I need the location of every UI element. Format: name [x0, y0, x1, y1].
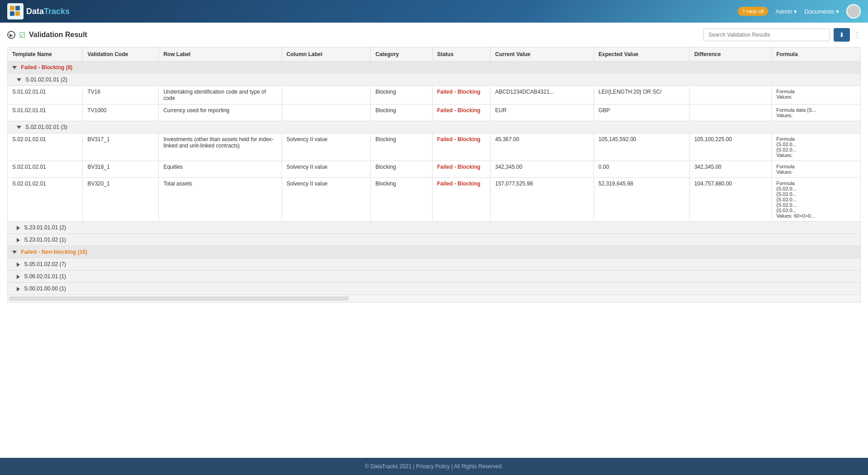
- cell-valcode: TV16: [83, 86, 159, 104]
- cell-status: Failed - Blocking: [432, 86, 491, 104]
- sub-expand-icon: [17, 275, 20, 279]
- documents-button[interactable]: Documents ▾: [804, 8, 839, 15]
- sub-group-row-s230102[interactable]: S.23.01.01.02 (1): [8, 234, 861, 246]
- cell-category: Blocking: [371, 133, 432, 161]
- col-header-template: Template Name: [8, 48, 83, 62]
- sub-group-row-s010201[interactable]: S.01.02.01.01 (2): [8, 74, 861, 86]
- page-title-row: ▶ ☑ Validation Result: [7, 31, 87, 39]
- sub-collapse-icon: [17, 126, 21, 129]
- results-table: Template Name Validation Code Row Label …: [7, 47, 861, 303]
- cell-status: Failed - Blocking: [432, 104, 491, 121]
- group-label-nonblocking: Failed - Non-blocking (10): [21, 249, 87, 255]
- cell-rowlabel: Investments (other than assets held for …: [159, 133, 282, 161]
- help-button[interactable]: ? Help off: [738, 7, 769, 16]
- cell-diff: 105,100,225.00: [689, 133, 772, 161]
- sub-group-row-s060201[interactable]: S.06.02.01.01 (1): [8, 271, 861, 283]
- cell-template: S.02.01.02.01: [8, 133, 83, 161]
- sub-group-row-s050102[interactable]: S.05.01.02.02 (7): [8, 258, 861, 271]
- search-area: ⬇ ⋮: [703, 28, 861, 42]
- cell-category: Blocking: [371, 86, 432, 104]
- cell-collabel: Solvency II value: [282, 133, 371, 161]
- cell-rowlabel: Currency used for reporting: [159, 104, 282, 121]
- cell-category: Blocking: [371, 104, 432, 121]
- col-header-category: Category: [371, 48, 432, 62]
- cell-status: Failed - Blocking: [432, 161, 491, 178]
- cell-valcode: BV317_1: [83, 133, 159, 161]
- cell-expval: 105,145,592.00: [594, 133, 689, 161]
- page-header: ▶ ☑ Validation Result ⬇ ⋮: [7, 28, 861, 42]
- admin-chevron-icon: ▾: [794, 8, 797, 15]
- collapse-icon: [12, 66, 17, 69]
- sub-group-label: S.06.02.01.01 (1): [24, 273, 66, 280]
- help-label: Help off: [747, 9, 764, 14]
- documents-chevron-icon: ▾: [836, 8, 839, 15]
- cell-formula: Formula{S.02.0...{S.02.0...{S.02.0...{S.…: [772, 178, 861, 222]
- table-row: S.02.01.02.01 BV317_1 Investments (other…: [8, 133, 861, 161]
- cell-currval: 342,345.00: [491, 161, 594, 178]
- group-row-failed-nonblocking[interactable]: Failed - Non-blocking (10): [8, 246, 861, 258]
- cell-status: Failed - Blocking: [432, 178, 491, 222]
- svg-rect-0: [10, 6, 14, 10]
- horizontal-scrollbar[interactable]: [9, 296, 349, 301]
- cell-collabel: Solvency II value: [282, 161, 371, 178]
- cell-valcode: TV1000: [83, 104, 159, 121]
- cell-formula: FormulaValues:: [772, 86, 861, 104]
- scrollbar-row: [8, 295, 861, 303]
- sub-group-row-s020102[interactable]: S.02.01.02.01 (3): [8, 121, 861, 133]
- cell-template: S.02.01.02.01: [8, 178, 83, 222]
- app-header: DataTracks ? Help off Admin ▾ Documents …: [0, 0, 868, 23]
- svg-rect-3: [15, 11, 20, 16]
- sub-group-label: S.02.01.02.01 (3): [25, 124, 67, 130]
- cell-expval: LEI/{LENGTH:20} OR SC/: [594, 86, 689, 104]
- expand-icon[interactable]: ▶: [7, 31, 15, 39]
- svg-rect-2: [10, 11, 14, 16]
- sub-group-row-s230101[interactable]: S.23.01.01.01 (2): [8, 222, 861, 234]
- search-input[interactable]: [703, 28, 830, 41]
- sub-group-label: S.23.01.01.01 (2): [24, 224, 66, 231]
- cell-diff: [689, 86, 772, 104]
- admin-button[interactable]: Admin ▾: [775, 8, 797, 15]
- sub-expand-icon: [17, 287, 20, 291]
- table-header-row: Template Name Validation Code Row Label …: [8, 48, 861, 62]
- cell-currval: ABCD1234DCAB4321...: [491, 86, 594, 104]
- cell-rowlabel: Equities: [159, 161, 282, 178]
- sub-group-label: S.00.01.00.00 (1): [24, 285, 66, 292]
- sub-expand-icon: [17, 238, 20, 242]
- col-header-currval: Current Value: [491, 48, 594, 62]
- cell-collabel: Solvency II value: [282, 178, 371, 222]
- cell-template: S.01.02.01.01: [8, 86, 83, 104]
- col-header-valcode: Validation Code: [83, 48, 159, 62]
- table-row: S.02.01.02.01 BV320_1 Total assets Solve…: [8, 178, 861, 222]
- group-row-failed-blocking[interactable]: Failed - Blocking (8): [8, 62, 861, 74]
- cell-currval: 45,367.00: [491, 133, 594, 161]
- cell-currval: EUR: [491, 104, 594, 121]
- sub-group-label: S.23.01.01.02 (1): [24, 237, 66, 243]
- group-label-blocking: Failed - Blocking (8): [21, 64, 72, 71]
- cell-collabel: [282, 104, 371, 121]
- cell-category: Blocking: [371, 178, 432, 222]
- cell-rowlabel: Undertaking identification code and type…: [159, 86, 282, 104]
- cell-template: S.01.02.01.01: [8, 104, 83, 121]
- sub-collapse-icon: [17, 78, 21, 81]
- cell-expval: 52,319,645.98: [594, 178, 689, 222]
- admin-label: Admin: [775, 8, 792, 15]
- options-icon[interactable]: ⋮: [854, 31, 861, 39]
- cell-collabel: [282, 86, 371, 104]
- cell-formula: Formula data {S...Values:: [772, 104, 861, 121]
- logo-area: DataTracks: [7, 3, 70, 19]
- download-icon: ⬇: [839, 31, 844, 38]
- sub-group-row-s000100[interactable]: S.00.01.00.00 (1): [8, 283, 861, 295]
- cell-formula: Formula{S.02.0...{S.02.0...Values:: [772, 133, 861, 161]
- download-button[interactable]: ⬇: [834, 28, 850, 42]
- sub-group-label: S.01.02.01.01 (2): [25, 76, 67, 83]
- col-header-rowlabel: Row Label: [159, 48, 282, 62]
- col-header-formula: Formula: [772, 48, 861, 62]
- col-header-status: Status: [432, 48, 491, 62]
- collapse-icon: [12, 251, 17, 254]
- cell-valcode: BV320_1: [83, 178, 159, 222]
- cell-rowlabel: Total assets: [159, 178, 282, 222]
- header-right: ? Help off Admin ▾ Documents ▾: [738, 4, 861, 19]
- avatar[interactable]: [846, 4, 861, 19]
- logo-text: DataTracks: [26, 7, 70, 16]
- cell-expval: 0.00: [594, 161, 689, 178]
